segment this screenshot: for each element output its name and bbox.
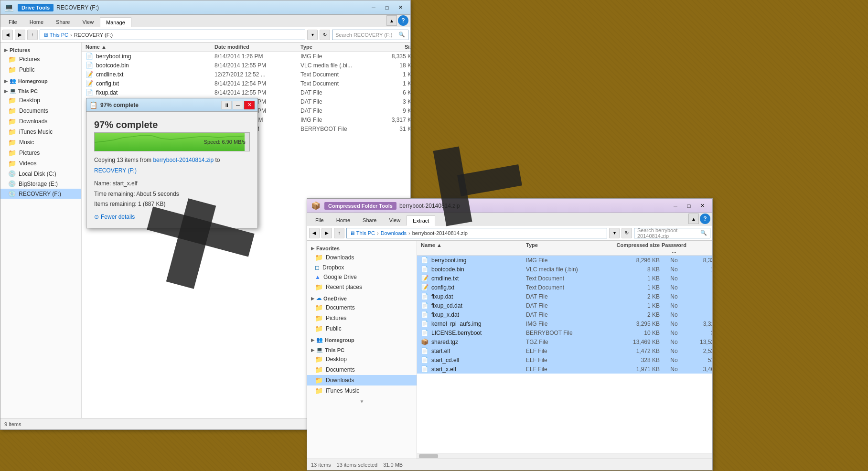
col-header-date[interactable]: Date modified <box>214 44 300 50</box>
main-tab-manage[interactable]: Manage <box>100 17 131 27</box>
zip-up-button[interactable]: ↑ <box>334 228 344 238</box>
zip-col-header-type[interactable]: Type <box>526 242 602 254</box>
zip-breadcrumb-downloads[interactable]: Downloads <box>381 230 407 236</box>
zip-back-button[interactable]: ◀ <box>309 228 320 238</box>
zip-sidebar-thispc-header[interactable]: ▶ 💻 This PC <box>307 344 417 354</box>
table-row[interactable]: 📄 kernel_rpi_aufs.img IMG File 3,295 KB … <box>417 319 712 328</box>
zip-refresh-button[interactable]: ↻ <box>622 228 632 238</box>
main-address-path[interactable]: 🖥 This PC › RECOVERY (F:) <box>40 30 305 40</box>
sidebar-item-videos[interactable]: 📁 Videos <box>0 158 81 169</box>
table-row[interactable]: 📄 start.elf ELF File 1,472 KB No 2,535 K… <box>417 346 712 355</box>
col-header-name[interactable]: Name ▲ <box>86 44 214 50</box>
up-button[interactable]: ↑ <box>27 30 38 40</box>
sidebar-item-recovery[interactable]: 💿 RECOVERY (F:) <box>0 189 81 199</box>
main-tab-share[interactable]: Share <box>50 17 76 27</box>
table-row[interactable]: 📄 fixup.dat DAT File 2 KB No 6 KB <box>417 292 712 301</box>
main-tab-home[interactable]: Home <box>23 17 50 27</box>
breadcrumb-item[interactable]: 🖥 This PC <box>43 32 68 38</box>
zip-forward-button[interactable]: ▶ <box>321 228 332 238</box>
zip-tab-share[interactable]: Share <box>356 215 383 225</box>
table-row[interactable]: 📝 cmdline.txt 12/27/2012 12:52 ... Text … <box>82 70 410 79</box>
table-row[interactable]: 📄 berryboot.img 8/14/2014 1:26 PM IMG Fi… <box>82 52 410 61</box>
zip-sidebar-item-documents[interactable]: 📁 Documents <box>307 364 417 375</box>
zip-horizontal-scrollbar[interactable] <box>417 453 712 459</box>
sidebar-item-documents[interactable]: 📁 Documents <box>0 106 81 116</box>
zip-sidebar-item-onedrive-pics[interactable]: 📁 Pictures <box>307 313 417 323</box>
main-minimize-button[interactable]: ─ <box>367 3 380 12</box>
table-row[interactable]: 📄 start_cd.elf ELF File 328 KB No 517 KB <box>417 355 712 364</box>
search-icon[interactable]: 🔍 <box>398 32 405 38</box>
zip-search-icon[interactable]: 🔍 <box>700 230 707 236</box>
sidebar-item-localdisk[interactable]: 💿 Local Disk (C:) <box>0 169 81 179</box>
zip-sidebar-item-onedrive-public[interactable]: 📁 Public <box>307 323 417 334</box>
sidebar-item-public[interactable]: 📁 Public <box>0 64 81 75</box>
sidebar-item-pictures[interactable]: 📁 Pictures <box>0 54 81 64</box>
sidebar-item-bigstorage[interactable]: 💿 BigStorage (E:) <box>0 179 81 189</box>
zip-tab-view[interactable]: View <box>383 215 407 225</box>
zip-dropdown-button[interactable]: ▾ <box>609 228 620 238</box>
sidebar-homegroup-header[interactable]: ▶ 👥 Homegroup <box>0 75 81 85</box>
table-row[interactable]: 📄 bootcode.bin 8/14/2014 12:55 PM VLC me… <box>82 61 410 70</box>
table-row[interactable]: 📝 cmdline.txt Text Document 1 KB No 1 KB <box>417 274 712 283</box>
zip-sidebar-item-desktop[interactable]: 📁 Desktop <box>307 354 417 364</box>
sidebar-item-music[interactable]: 📁 Music <box>0 137 81 148</box>
sidebar-item-pictures2[interactable]: 📁 Pictures <box>0 148 81 158</box>
table-row[interactable]: 📦 shared.tgz TGZ File 13,469 KB No 13,52… <box>417 337 712 346</box>
zip-tab-home[interactable]: Home <box>330 215 356 225</box>
zip-maximize-button[interactable]: □ <box>683 201 695 211</box>
zip-sidebar-item-onedrive-docs[interactable]: 📁 Documents <box>307 302 417 313</box>
zip-sidebar-item-googledrive[interactable]: ▲ Google Drive <box>307 272 417 282</box>
dropdown-button[interactable]: ▾ <box>307 30 318 40</box>
col-header-size[interactable]: Size <box>377 44 410 50</box>
zip-sidebar-item-downloads2[interactable]: 📁 Downloads <box>307 375 417 385</box>
main-tab-file[interactable]: File <box>2 17 23 27</box>
table-row[interactable]: 📝 config.txt 8/14/2014 12:54 PM Text Doc… <box>82 79 410 88</box>
table-row[interactable]: 📄 LICENSE.berryboot BERRYBOOT File 10 KB… <box>417 328 712 337</box>
dialog-close-button[interactable]: ✕ <box>244 101 255 109</box>
zip-close-button[interactable]: ✕ <box>696 201 708 211</box>
col-header-type[interactable]: Type <box>300 44 377 50</box>
zip-sidebar-homegroup-header[interactable]: ▶ 👥 Homegroup <box>307 334 417 344</box>
zip-address-path[interactable]: 🖥 This PC › Downloads › berryboot-201408… <box>346 228 607 238</box>
dialog-pause-button[interactable]: ⏸ <box>221 101 232 109</box>
zip-sidebar-item-dropbox[interactable]: ◻ Dropbox <box>307 263 417 272</box>
zip-col-header-pass[interactable]: Password ... <box>660 242 688 254</box>
expand-ribbon-button[interactable]: ▲ <box>386 15 397 26</box>
copy-to-link[interactable]: RECOVERY (F:) <box>94 167 137 174</box>
sidebar-favorites-header[interactable]: ▶ Pictures <box>0 44 81 54</box>
zip-breadcrumb-thispc[interactable]: 🖥 This PC <box>350 230 375 236</box>
zip-col-header-name[interactable]: Name ▲ <box>421 242 526 254</box>
zip-sidebar-item-recentplaces[interactable]: 📁 Recent places <box>307 282 417 292</box>
zip-help-button[interactable]: ? <box>700 214 710 224</box>
table-row[interactable]: 📄 fixup.dat 8/14/2014 12:55 PM DAT File … <box>82 88 410 97</box>
main-search-box[interactable]: Search RECOVERY (F:) 🔍 <box>332 30 408 40</box>
table-row[interactable]: 📝 config.txt Text Document 1 KB No 1 KB <box>417 283 712 292</box>
zip-tab-extract[interactable]: Extract <box>407 215 435 225</box>
zip-sidebar-favorites-header[interactable]: ▶ Favorites <box>307 243 417 252</box>
table-row[interactable]: 📄 start_x.elf ELF File 1,971 KB No 3,468… <box>417 364 712 374</box>
table-row[interactable]: 📄 fixup_x.dat DAT File 2 KB No 9 KB <box>417 310 712 319</box>
sidebar-item-desktop[interactable]: 📁 Desktop <box>0 95 81 106</box>
dialog-minimize-button[interactable]: ─ <box>233 101 243 109</box>
table-row[interactable]: 📄 berryboot.img IMG File 8,296 KB No 8,3… <box>417 256 712 265</box>
zip-sidebar-item-downloads[interactable]: 📁 Downloads <box>307 252 417 263</box>
main-tab-view[interactable]: View <box>76 17 100 27</box>
zip-col-header-size[interactable]: Size <box>688 242 712 254</box>
sidebar-item-itunes[interactable]: 📁 iTunes Music <box>0 127 81 137</box>
sidebar-item-downloads[interactable]: 📁 Downloads <box>0 116 81 127</box>
scrollbar-thumb[interactable] <box>419 454 438 458</box>
zip-col-header-comp[interactable]: Compressed size <box>602 242 660 254</box>
table-row[interactable]: 📄 fixup_cd.dat DAT File 1 KB No 3 KB <box>417 301 712 310</box>
forward-button[interactable]: ▶ <box>15 30 25 40</box>
zip-minimize-button[interactable]: ─ <box>669 201 682 211</box>
table-row[interactable]: 📄 bootcode.bin VLC media file (.bin) 8 K… <box>417 265 712 274</box>
zip-search-box[interactable]: Search berryboot-20140814.zip 🔍 <box>634 228 710 238</box>
main-maximize-button[interactable]: □ <box>381 3 393 12</box>
help-button[interactable]: ? <box>398 15 408 26</box>
zip-expand-ribbon-button[interactable]: ▲ <box>688 214 699 224</box>
zip-sidebar-item-itunes[interactable]: 📁 iTunes Music <box>307 385 417 396</box>
zip-tab-file[interactable]: File <box>309 215 330 225</box>
main-close-button[interactable]: ✕ <box>394 3 407 12</box>
sidebar-thispc-header[interactable]: ▶ 💻 This PC <box>0 85 81 95</box>
back-button[interactable]: ◀ <box>2 30 13 40</box>
